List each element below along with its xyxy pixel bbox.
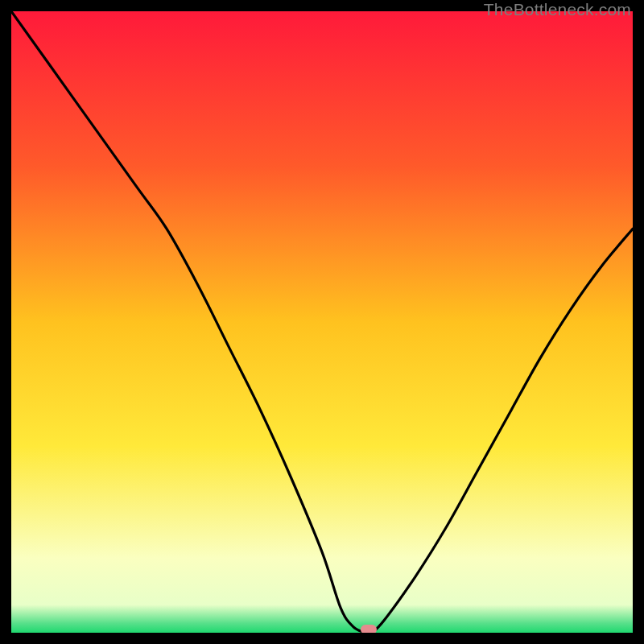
bottleneck-curve <box>11 11 633 633</box>
plot-area <box>11 11 633 633</box>
watermark-text: TheBottleneck.com <box>484 0 631 19</box>
minimum-marker <box>361 625 377 633</box>
